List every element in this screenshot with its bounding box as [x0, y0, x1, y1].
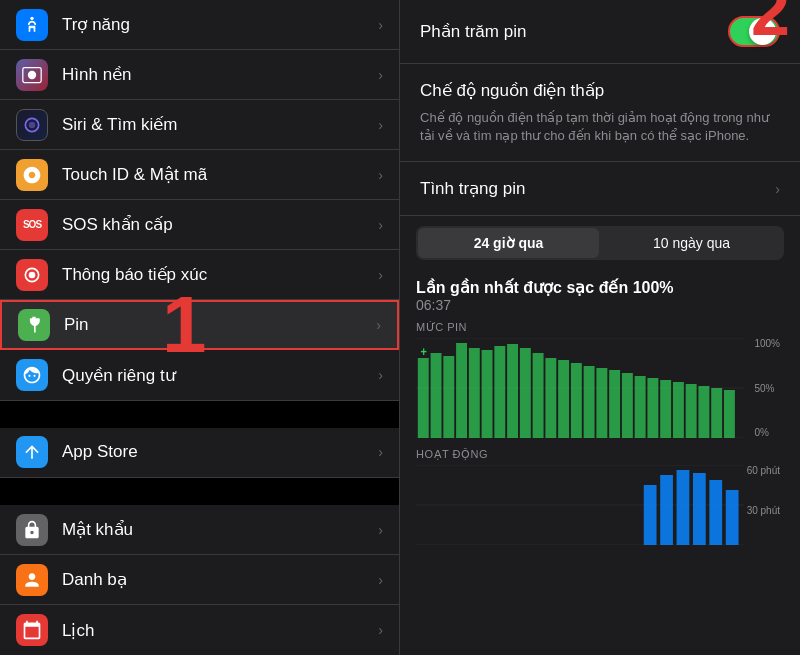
svg-rect-41	[693, 473, 706, 545]
svg-rect-10	[431, 353, 442, 438]
sos-label: SOS khẩn cấp	[62, 214, 378, 235]
svg-rect-32	[711, 388, 722, 438]
appstore-label: App Store	[62, 442, 378, 462]
svg-rect-25	[622, 373, 633, 438]
last-charged-time: 06:37	[416, 297, 784, 313]
chevron-icon: ›	[378, 117, 383, 133]
svg-rect-24	[609, 370, 620, 438]
battery-percent-toggle[interactable]	[728, 16, 780, 47]
toggle-container[interactable]: 2	[728, 16, 780, 47]
password-icon	[16, 514, 48, 546]
battery-status-label: Tình trạng pin	[420, 178, 525, 199]
svg-rect-39	[660, 475, 673, 545]
tab-10days[interactable]: 10 ngày qua	[601, 228, 782, 258]
password-label: Mật khẩu	[62, 519, 378, 540]
sidebar-item-wallpaper[interactable]: Hình nền ›	[0, 50, 399, 100]
sidebar-item-accessibility[interactable]: Trợ năng ›	[0, 0, 399, 50]
last-charged-info: Lần gần nhất được sạc đến 100% 06:37	[416, 278, 784, 313]
siri-label: Siri & Tìm kiếm	[62, 114, 378, 135]
svg-rect-9	[418, 358, 429, 438]
toggle-thumb	[749, 18, 776, 45]
sidebar-item-privacy[interactable]: Quyền riêng tư ›	[0, 350, 399, 400]
svg-rect-12	[456, 343, 467, 438]
chart-section: Lần gần nhất được sạc đến 100% 06:37 MỨC…	[400, 270, 800, 655]
svg-rect-19	[545, 358, 556, 438]
sidebar-item-calendar[interactable]: Lịch ›	[0, 605, 399, 655]
time-period-tabs: 24 giờ qua 10 ngày qua	[416, 226, 784, 260]
svg-rect-43	[726, 490, 739, 545]
sidebar-item-exposure[interactable]: Thông báo tiếp xúc ›	[0, 250, 399, 300]
accessibility-label: Trợ năng	[62, 14, 378, 35]
svg-rect-21	[571, 363, 582, 438]
y-label-100: 100%	[754, 338, 780, 349]
svg-text:+: +	[421, 346, 428, 359]
svg-rect-33	[724, 390, 735, 438]
svg-rect-23	[596, 368, 607, 438]
privacy-label: Quyền riêng tư	[62, 365, 378, 386]
y-label-30: 30 phút	[747, 505, 780, 516]
low-power-title: Chế độ nguồn điện thấp	[420, 80, 780, 101]
activity-chart-y-labels: 60 phút 30 phút	[743, 465, 784, 545]
svg-rect-17	[520, 348, 531, 438]
battery-status-chevron: ›	[775, 181, 780, 197]
sidebar-item-password[interactable]: Mật khẩu ›	[0, 505, 399, 555]
chevron-icon: ›	[378, 572, 383, 588]
svg-rect-26	[635, 376, 646, 438]
settings-left-panel: Trợ năng › Hình nền › Siri & Tìm kiếm › …	[0, 0, 400, 655]
battery-percent-label: Phần trăm pin	[420, 21, 526, 42]
privacy-icon	[16, 359, 48, 391]
chevron-icon: ›	[378, 67, 383, 83]
battery-percent-row: Phần trăm pin 2	[400, 0, 800, 64]
sidebar-item-appstore[interactable]: App Store ›	[0, 428, 399, 478]
accessibility-icon	[16, 9, 48, 41]
pin-icon	[18, 309, 50, 341]
sidebar-item-siri[interactable]: Siri & Tìm kiếm ›	[0, 100, 399, 150]
tab-24h[interactable]: 24 giờ qua	[418, 228, 599, 258]
sidebar-item-contacts[interactable]: Danh bạ ›	[0, 555, 399, 605]
svg-rect-31	[698, 386, 709, 438]
y-label-0: 0%	[754, 427, 780, 438]
sidebar-item-sos[interactable]: SOS SOS khẩn cấp ›	[0, 200, 399, 250]
group-separator-2	[0, 478, 399, 505]
svg-rect-18	[533, 353, 544, 438]
sidebar-item-pin[interactable]: Pin › 1	[0, 300, 399, 350]
svg-rect-28	[660, 380, 671, 438]
svg-rect-29	[673, 382, 684, 438]
siri-icon	[16, 109, 48, 141]
exposure-icon	[16, 259, 48, 291]
svg-rect-20	[558, 360, 569, 438]
svg-rect-11	[443, 356, 454, 438]
svg-rect-16	[507, 344, 518, 438]
muc-pin-label: MỨC PIN	[416, 321, 784, 334]
sos-icon: SOS	[16, 209, 48, 241]
chevron-icon: ›	[378, 267, 383, 283]
svg-rect-13	[469, 348, 480, 438]
activity-chart-container: 60 phút 30 phút	[416, 465, 784, 545]
wallpaper-label: Hình nền	[62, 64, 378, 85]
chevron-icon: ›	[378, 217, 383, 233]
svg-rect-40	[677, 470, 690, 545]
touchid-icon	[16, 159, 48, 191]
pin-label: Pin	[64, 315, 376, 335]
low-power-row: Chế độ nguồn điện thấp Chế độ nguồn điện…	[400, 64, 800, 162]
hoat-dong-label: HOẠT ĐỘNG	[416, 448, 784, 461]
svg-rect-15	[494, 346, 505, 438]
battery-settings-panel: Phần trăm pin 2 Chế độ nguồn điện thấp C…	[400, 0, 800, 655]
chevron-icon: ›	[378, 444, 383, 460]
contacts-icon	[16, 564, 48, 596]
chevron-icon: ›	[376, 317, 381, 333]
sidebar-item-touchid[interactable]: Touch ID & Mật mã ›	[0, 150, 399, 200]
svg-point-0	[30, 16, 33, 19]
battery-status-row[interactable]: Tình trạng pin ›	[400, 162, 800, 216]
low-power-desc: Chế độ nguồn điện thấp tạm thời giảm hoạ…	[420, 109, 780, 145]
svg-rect-27	[647, 378, 658, 438]
group-separator	[0, 401, 399, 428]
touchid-label: Touch ID & Mật mã	[62, 164, 378, 185]
activity-chart	[416, 465, 744, 545]
svg-rect-38	[644, 485, 657, 545]
svg-point-1	[28, 70, 36, 78]
battery-level-chart: +	[416, 338, 744, 438]
calendar-icon	[16, 614, 48, 646]
chevron-icon: ›	[378, 17, 383, 33]
svg-point-3	[29, 121, 36, 128]
